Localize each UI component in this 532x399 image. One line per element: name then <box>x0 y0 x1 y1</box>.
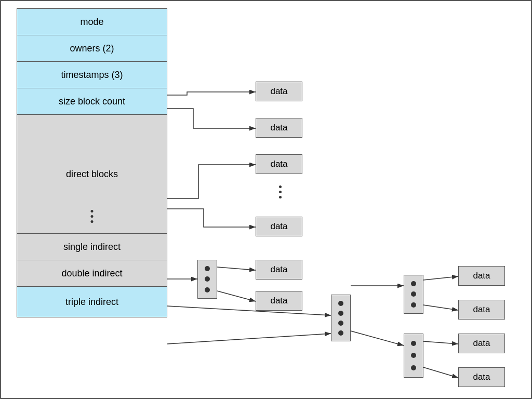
inode-cell-direct: direct blocks <box>17 114 167 234</box>
data-block-single-2: data <box>256 291 302 311</box>
dots-direct <box>279 185 282 198</box>
indirect-dot-d4 <box>338 330 343 336</box>
inode-cell-size: size block count <box>17 88 167 115</box>
svg-line-8 <box>167 334 331 344</box>
data-block-direct-4: data <box>256 217 302 236</box>
svg-line-2 <box>217 267 256 270</box>
indirect-dot-d1 <box>338 301 343 306</box>
indirect-block-single <box>197 260 217 299</box>
indirect-dot-d2-3 <box>411 302 416 308</box>
inode-cell-mode: mode <box>17 8 167 35</box>
inode-table: mode owners (2) timestamps (3) size bloc… <box>17 9 167 317</box>
data-block-double-2: data <box>458 300 505 320</box>
indirect-dot-1 <box>205 266 210 271</box>
data-block-direct-1: data <box>256 82 302 101</box>
inode-cell-timestamps: timestamps (3) <box>17 61 167 88</box>
indirect-dot-d2-1 <box>411 281 416 286</box>
svg-line-4 <box>167 306 331 315</box>
inode-cell-owners: owners (2) <box>17 35 167 62</box>
indirect-dot-d2 <box>338 311 343 316</box>
indirect-dot-t2-3 <box>411 365 416 370</box>
indirect-dot-t2-1 <box>411 341 416 346</box>
data-block-triple-1: data <box>458 334 505 353</box>
inode-cell-double: double indirect <box>17 260 167 287</box>
inode-cell-single: single indirect <box>17 233 167 260</box>
indirect-dot-3 <box>205 287 210 292</box>
svg-line-10 <box>423 341 458 344</box>
indirect-dot-t2-2 <box>411 353 416 358</box>
inode-cell-triple: triple indirect <box>17 286 167 317</box>
diagram-container: mode owners (2) timestamps (3) size bloc… <box>0 0 532 399</box>
data-block-triple-2: data <box>458 367 505 387</box>
svg-line-9 <box>351 331 404 345</box>
indirect-dot-d3 <box>338 321 343 326</box>
indirect-block-triple-2 <box>404 334 423 378</box>
svg-line-3 <box>217 291 256 301</box>
data-block-direct-3: data <box>256 154 302 174</box>
svg-line-7 <box>423 305 458 310</box>
data-block-double-1: data <box>458 266 505 286</box>
svg-line-6 <box>423 276 458 280</box>
indirect-dot-2 <box>205 276 210 282</box>
data-block-single-1: data <box>256 260 302 280</box>
indirect-dot-d2-2 <box>411 291 416 297</box>
indirect-block-double-2 <box>404 275 423 314</box>
svg-line-11 <box>423 367 458 378</box>
data-block-direct-2: data <box>256 118 302 138</box>
indirect-block-double <box>331 295 351 341</box>
